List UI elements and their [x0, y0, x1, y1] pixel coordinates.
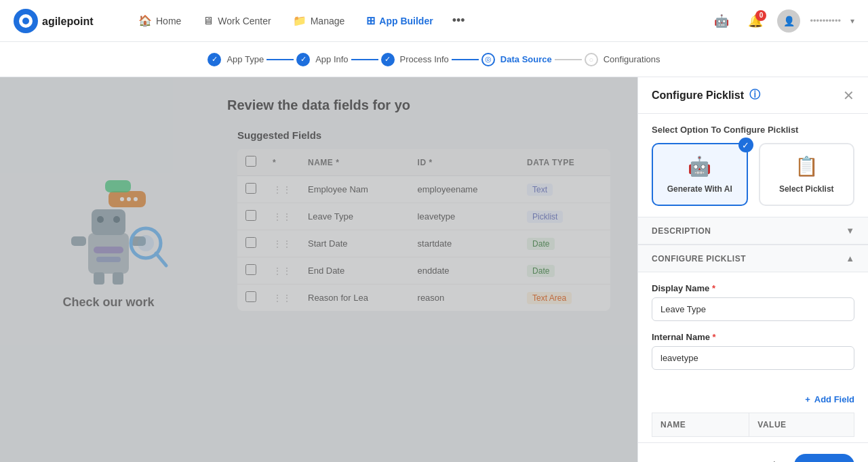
panel-header: Configure Picklist ⓘ ✕ [638, 77, 868, 114]
display-name-required: * [712, 283, 715, 293]
monitor-icon: 🖥 [203, 15, 214, 27]
nv-col-name: NAME [652, 413, 749, 437]
internal-name-input[interactable] [652, 346, 854, 370]
nav-right: 🤖 🔔 0 👤 •••••••••• ▾ [709, 9, 854, 33]
ai-icon: 🤖 [688, 155, 711, 177]
nav-workcenter[interactable]: 🖥 Work Center [193, 9, 280, 33]
save-button[interactable]: Save [794, 454, 854, 462]
step-label-app-info: App Info [315, 54, 348, 64]
option-card-generate-ai[interactable]: ✓ 🤖 Generate With AI [652, 143, 748, 206]
close-button[interactable]: ✕ [843, 89, 854, 102]
right-panel: Configure Picklist ⓘ ✕ Select Option To … [637, 77, 868, 462]
display-name-input[interactable] [652, 297, 854, 321]
step-circle-configurations: ○ [585, 53, 598, 66]
step-data-source: ◎ Data Source [481, 53, 552, 66]
folder-icon: 📁 [293, 14, 307, 27]
user-label: •••••••••• [810, 16, 841, 26]
configure-chevron-icon: ▲ [846, 253, 854, 264]
nav-manage-label: Manage [311, 16, 345, 26]
main-content: Review the data fields for yo [0, 77, 868, 462]
grid-icon: ⊞ [366, 14, 375, 27]
internal-name-group: Internal Name * [652, 332, 854, 370]
home-icon: 🏠 [138, 14, 152, 27]
nv-col-value: VALUE [749, 413, 854, 437]
description-section-title: DESCRIPTION [652, 226, 711, 236]
selected-checkmark: ✓ [738, 138, 753, 152]
nav-links: 🏠 Home 🖥 Work Center 📁 Manage ⊞ App Buil… [129, 8, 709, 33]
configure-section-header[interactable]: CONFIGURE PICKLIST ▲ [638, 245, 868, 272]
option-card-select-picklist[interactable]: 📋 Select Picklist [759, 143, 855, 206]
overlay [0, 77, 651, 462]
stepper: ✓ App Type ✓ App Info ✓ Process Info ◎ D… [0, 42, 868, 77]
add-field-button[interactable]: + Add Field [791, 392, 868, 413]
info-icon[interactable]: ⓘ [749, 88, 760, 102]
notification-badge: 0 [755, 10, 766, 21]
step-circle-process-info: ✓ [381, 53, 395, 66]
description-chevron-icon: ▼ [846, 226, 854, 236]
panel-title-wrap: Configure Picklist ⓘ [652, 88, 760, 102]
svg-text:agilepoint: agilepoint [42, 16, 94, 27]
step-process-info: ✓ Process Info [381, 53, 449, 66]
internal-name-label: Internal Name * [652, 332, 854, 342]
internal-name-required: * [713, 332, 716, 342]
nav-appbuilder-label: App Builder [379, 16, 433, 26]
select-option-label: Select Option To Configure Picklist [638, 114, 868, 143]
panel-footer: Cancel Save [638, 442, 868, 462]
generate-ai-label: Generate With AI [667, 184, 732, 194]
cancel-button[interactable]: Cancel [735, 455, 787, 462]
step-app-info: ✓ App Info [296, 53, 348, 66]
configure-picklist-title: Configure Picklist [652, 89, 744, 102]
user-chevron-icon[interactable]: ▾ [850, 16, 854, 26]
add-field-icon: + [805, 394, 810, 404]
connector-3 [452, 59, 479, 60]
select-picklist-label: Select Picklist [779, 184, 834, 194]
form-section: Display Name * Internal Name * [638, 272, 868, 392]
activity-btn[interactable]: 🤖 [709, 9, 734, 33]
connector-2 [351, 59, 378, 60]
step-label-app-type: App Type [226, 54, 264, 64]
topnav: agilepoint 🏠 Home 🖥 Work Center 📁 Manage… [0, 0, 868, 42]
step-label-process-info: Process Info [400, 54, 449, 64]
nav-manage[interactable]: 📁 Manage [283, 9, 355, 33]
step-circle-data-source: ◎ [481, 53, 495, 66]
nv-table: NAME VALUE [652, 413, 854, 437]
nav-workcenter-label: Work Center [218, 16, 271, 26]
avatar[interactable]: 👤 [777, 9, 800, 33]
nav-home[interactable]: 🏠 Home [129, 9, 191, 33]
picklist-icon: 📋 [795, 155, 818, 177]
display-name-group: Display Name * [652, 283, 854, 321]
logo: agilepoint [14, 9, 102, 33]
add-field-label: Add Field [814, 394, 854, 404]
step-circle-app-info: ✓ [296, 53, 310, 66]
connector-1 [267, 59, 294, 60]
nav-appbuilder[interactable]: ⊞ App Builder [357, 9, 442, 33]
connector-4 [555, 59, 582, 60]
display-name-label: Display Name * [652, 283, 854, 293]
configure-section-title: CONFIGURE PICKLIST [652, 254, 746, 264]
step-label-data-source: Data Source [500, 54, 552, 64]
step-circle-app-type: ✓ [208, 53, 221, 66]
notifications-btn[interactable]: 🔔 0 [743, 9, 768, 33]
step-label-configurations: Configurations [604, 54, 660, 64]
step-configurations: ○ Configurations [585, 53, 660, 66]
option-cards: ✓ 🤖 Generate With AI 📋 Select Picklist [638, 143, 868, 217]
step-app-type: ✓ App Type [208, 53, 264, 66]
svg-point-2 [22, 18, 29, 24]
nav-more[interactable]: ••• [446, 8, 472, 33]
nav-home-label: Home [156, 16, 181, 26]
nv-table-wrap: NAME VALUE [638, 413, 868, 442]
description-section-header[interactable]: DESCRIPTION ▼ [638, 217, 868, 245]
